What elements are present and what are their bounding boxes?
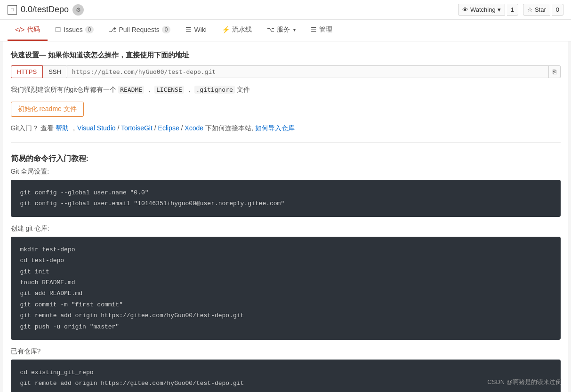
wiki-icon: ☰	[185, 26, 192, 33]
vs-link[interactable]: Visual Studio	[77, 124, 115, 132]
header-left: □ 0.0/testDepo ⚙	[8, 4, 84, 16]
init-readme-button[interactable]: 初始化 readme 文件	[11, 102, 84, 117]
quick-setup-section: 快速设置— 如果你知道该怎么操作，直接使用下面的地址 HTTPS SSH ⎘ 我…	[11, 51, 561, 133]
separator	[11, 142, 561, 143]
tab-pulls[interactable]: ⎇ Pull Requests 0	[101, 20, 178, 40]
issues-icon: ☐	[55, 26, 61, 33]
tutorial-title: 简易的命令行入门教程:	[11, 154, 561, 164]
code-icon: </>	[15, 26, 24, 33]
pulls-badge: 0	[162, 26, 171, 33]
quick-setup-title: 快速设置— 如果你知道该怎么操作，直接使用下面的地址	[11, 51, 561, 60]
tab-services[interactable]: ⌥ 服务 ▾	[259, 20, 303, 41]
git-intro: Git入门？ 查看 帮助 ，Visual Studio / TortoiseGi…	[11, 124, 561, 133]
star-count: 0	[552, 4, 563, 16]
gitignore-code: .gitignore	[194, 86, 235, 94]
eye-icon: 👁	[462, 6, 468, 13]
manage-icon: ☰	[311, 26, 317, 33]
code-block-existing: cd existing_git_repo git remote add orig…	[11, 360, 561, 392]
star-icon: ☆	[527, 6, 533, 13]
xcode-link[interactable]: Xcode	[185, 124, 203, 132]
chevron-down-icon: ▾	[293, 27, 296, 32]
license-code: LICENSE	[154, 86, 184, 94]
tab-manage[interactable]: ☰ 管理	[303, 20, 340, 41]
issues-badge: 0	[85, 26, 94, 33]
star-label: Star	[535, 6, 546, 13]
tab-services-label: 服务	[277, 25, 290, 34]
nav-tabs: </> 代码 ☐ Issues 0 ⎇ Pull Requests 0 ☰ Wi…	[0, 20, 571, 41]
settings-icon[interactable]: ⚙	[72, 4, 84, 16]
https-button[interactable]: HTTPS	[11, 65, 43, 78]
copy-button[interactable]: ⎘	[549, 65, 561, 78]
create-repo-subtitle: 创建 git 仓库:	[11, 224, 561, 233]
tab-manage-label: 管理	[319, 25, 332, 34]
star-button[interactable]: ☆ Star	[523, 4, 550, 16]
existing-repo-subtitle: 已有仓库?	[11, 347, 561, 356]
import-link[interactable]: 如何导入仓库	[255, 124, 295, 132]
tab-pipeline[interactable]: ⚡ 流水线	[214, 20, 259, 41]
tutorial-section: 简易的命令行入门教程: Git 全局设置: git config --globa…	[11, 154, 561, 392]
repo-title: 0.0/testDepo	[21, 5, 69, 15]
watch-label: Watching	[470, 6, 496, 13]
git-global-subtitle: Git 全局设置:	[11, 168, 561, 176]
url-row: HTTPS SSH ⎘	[11, 65, 561, 78]
watch-count: 1	[507, 4, 518, 16]
tab-pipeline-label: 流水线	[232, 25, 252, 34]
page-header: □ 0.0/testDepo ⚙ 👁 Watching ▾ 1 ☆ Star 0	[0, 0, 571, 20]
main-content: 快速设置— 如果你知道该怎么操作，直接使用下面的地址 HTTPS SSH ⎘ 我…	[3, 41, 568, 392]
code-block-global: git config --global user.name "0.0" git …	[11, 180, 561, 217]
readme-hint: 我们强烈建议所有的git仓库都有一个 README ， LICENSE ， .g…	[11, 86, 561, 94]
repo-url-input[interactable]	[67, 65, 549, 78]
ssh-button[interactable]: SSH	[43, 65, 67, 78]
tab-code[interactable]: </> 代码	[8, 20, 48, 41]
readme-code: README	[118, 86, 144, 94]
eclipse-link[interactable]: Eclipse	[158, 124, 179, 132]
chevron-down-icon: ▾	[498, 6, 501, 13]
copy-icon: ⎘	[553, 68, 556, 75]
tab-issues-label: Issues	[64, 26, 82, 33]
tortoisegit-link[interactable]: TortoiseGit	[121, 124, 153, 132]
tab-issues[interactable]: ☐ Issues 0	[48, 20, 101, 40]
tab-wiki-label: Wiki	[194, 26, 206, 33]
pipeline-icon: ⚡	[222, 26, 230, 33]
watermark: CSDN @啊猪是的读来过倒	[487, 378, 562, 386]
tab-code-label: 代码	[27, 25, 40, 34]
watch-button[interactable]: 👁 Watching ▾	[458, 4, 505, 16]
code-block-create: mkdir test-depo cd test-depo git init to…	[11, 237, 561, 340]
pulls-icon: ⎇	[109, 26, 116, 33]
tab-wiki[interactable]: ☰ Wiki	[178, 20, 214, 40]
repo-icon: □	[8, 5, 17, 15]
services-icon: ⌥	[267, 26, 274, 33]
tab-pulls-label: Pull Requests	[119, 26, 159, 33]
header-right: 👁 Watching ▾ 1 ☆ Star 0	[458, 4, 563, 16]
help-link[interactable]: 帮助	[56, 124, 69, 132]
